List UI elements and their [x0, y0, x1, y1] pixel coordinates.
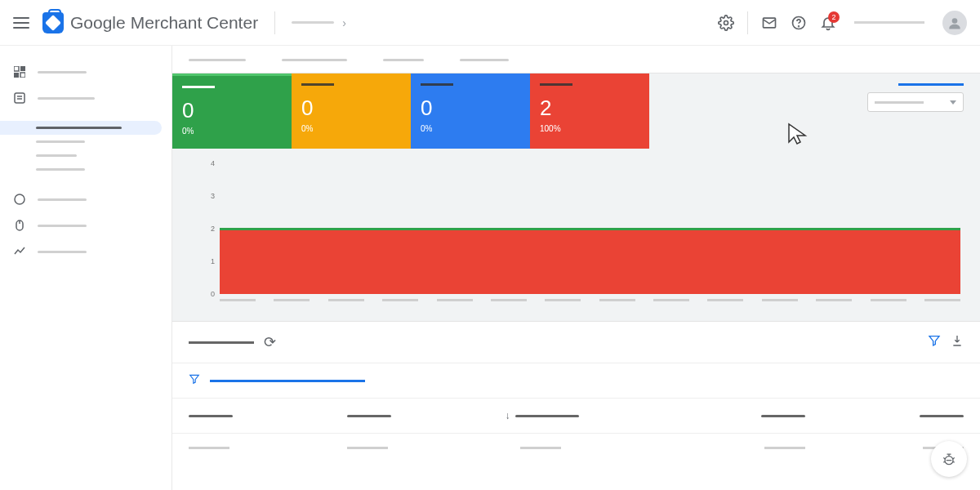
- logo-brand: Google: [70, 13, 126, 33]
- logo-product: Merchant Center: [131, 13, 258, 33]
- account-selector[interactable]: [854, 21, 924, 24]
- sidebar-item-1[interactable]: [0, 59, 172, 85]
- svg-rect-8: [20, 73, 25, 78]
- tab-1[interactable]: [189, 59, 246, 61]
- notification-badge: 2: [828, 11, 840, 23]
- sidebar-sub-active[interactable]: [0, 121, 162, 135]
- card-expiring[interactable]: 0 0%: [411, 74, 530, 149]
- svg-point-3: [799, 25, 800, 26]
- card-active[interactable]: 0 0%: [172, 74, 292, 149]
- avatar[interactable]: [942, 11, 967, 35]
- tab-2[interactable]: [282, 59, 347, 61]
- svg-line-20: [943, 461, 945, 462]
- list-icon: [13, 91, 26, 105]
- sidebar-item-4[interactable]: [0, 212, 172, 238]
- tab-3[interactable]: [383, 59, 424, 61]
- card-value: 2: [540, 96, 639, 121]
- summary-cards: 0 0% 0 0% 0 0% 2 100%: [172, 73, 980, 321]
- svg-line-21: [953, 461, 955, 462]
- card-value: 0: [182, 98, 282, 123]
- app-header: Google Merchant Center › 2: [0, 0, 980, 46]
- notifications-icon[interactable]: 2: [820, 15, 836, 31]
- y-tick: 2: [211, 225, 220, 233]
- y-tick: 4: [211, 159, 220, 167]
- card-value: 0: [301, 96, 401, 121]
- trend-icon: [13, 245, 26, 258]
- sort-down-icon: ↓: [506, 410, 510, 421]
- chevron-right-icon: ›: [342, 16, 346, 29]
- card-percent: 100%: [540, 124, 639, 133]
- date-range-select[interactable]: [867, 92, 964, 112]
- svg-line-18: [943, 457, 945, 459]
- mouse-icon: [13, 219, 26, 232]
- divider: [274, 11, 275, 34]
- accent-underline: [898, 83, 964, 86]
- card-value: 0: [421, 96, 520, 121]
- mail-icon[interactable]: [761, 15, 777, 31]
- sidebar-sub-3[interactable]: [0, 149, 172, 163]
- svg-rect-7: [14, 73, 19, 78]
- breadcrumb[interactable]: ›: [292, 16, 346, 29]
- sidebar-item-5[interactable]: [0, 238, 172, 265]
- y-tick: 1: [211, 257, 220, 265]
- chevron-down-icon: [950, 100, 956, 105]
- y-tick: 3: [211, 192, 220, 200]
- filter-icon[interactable]: [928, 334, 941, 350]
- table-title: [189, 341, 254, 344]
- svg-line-19: [953, 457, 955, 459]
- svg-rect-9: [15, 93, 24, 103]
- divider: [747, 11, 748, 34]
- help-icon[interactable]: [791, 15, 807, 31]
- cards-controls: [867, 83, 964, 112]
- svg-point-4: [952, 18, 958, 24]
- sidebar: [0, 46, 172, 490]
- table-controls: ⟳: [172, 321, 980, 363]
- card-percent: 0%: [421, 124, 520, 133]
- th-5[interactable]: [822, 410, 964, 421]
- menu-toggle[interactable]: [13, 17, 29, 29]
- th-4[interactable]: [663, 410, 805, 421]
- filter-chip: [210, 380, 365, 382]
- svg-point-12: [15, 194, 24, 204]
- circle-icon: [13, 193, 26, 206]
- card-percent: 0%: [301, 124, 401, 133]
- refresh-icon[interactable]: ⟳: [264, 333, 276, 351]
- y-tick: 0: [211, 290, 220, 298]
- tab-4[interactable]: [460, 59, 509, 61]
- th-2[interactable]: [347, 410, 489, 421]
- card-pending[interactable]: 0 0%: [292, 74, 411, 149]
- table-header: ↓: [172, 398, 980, 434]
- table-row[interactable]: [172, 434, 980, 462]
- card-percent: 0%: [182, 127, 282, 136]
- chart-series-red: [220, 230, 960, 294]
- filter-bar[interactable]: [172, 363, 980, 398]
- gear-icon[interactable]: [718, 15, 734, 31]
- download-icon[interactable]: [951, 334, 964, 350]
- filter-icon: [189, 373, 200, 388]
- th-1[interactable]: [189, 410, 331, 421]
- sidebar-item-2[interactable]: [0, 85, 172, 111]
- svg-rect-5: [14, 66, 19, 71]
- sidebar-sub-2[interactable]: [0, 135, 172, 149]
- sidebar-sub-4[interactable]: [0, 163, 172, 176]
- card-disapproved[interactable]: 2 100%: [530, 74, 649, 149]
- x-axis: [220, 299, 960, 301]
- svg-rect-6: [20, 66, 25, 71]
- trend-chart: 4 3 2 1 0: [172, 149, 980, 321]
- dashboard-icon: [13, 65, 26, 78]
- sidebar-item-3[interactable]: [0, 186, 172, 212]
- feedback-button[interactable]: [931, 441, 967, 477]
- tabs: [172, 46, 980, 73]
- main-content: 0 0% 0 0% 0 0% 2 100%: [172, 46, 980, 490]
- svg-point-0: [724, 20, 728, 24]
- chart-series-green: [220, 228, 960, 230]
- merchant-center-logo-icon: [42, 12, 64, 33]
- th-3[interactable]: ↓: [506, 410, 648, 421]
